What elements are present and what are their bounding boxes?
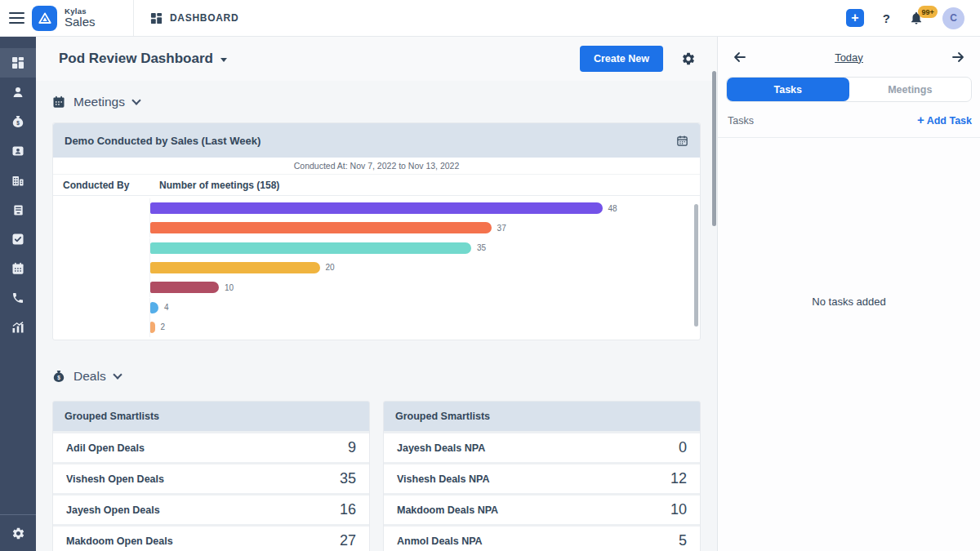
header-actions: Create New bbox=[580, 46, 696, 72]
chart-track: 2 bbox=[150, 322, 700, 333]
sidebar-item-leads[interactable] bbox=[0, 78, 36, 107]
smartlist-row[interactable]: Adil Open Deals9 bbox=[53, 433, 369, 462]
sidebar-item-contacts[interactable] bbox=[0, 136, 36, 166]
brand-text: Kylas Sales bbox=[65, 7, 96, 29]
dashboard-settings-gear-icon[interactable] bbox=[681, 51, 696, 66]
tab-tasks[interactable]: Tasks bbox=[727, 78, 849, 101]
chart-value-label: 48 bbox=[608, 204, 617, 213]
tab-meetings[interactable]: Meetings bbox=[849, 78, 972, 101]
chart-bar[interactable] bbox=[150, 322, 155, 333]
chart-bar[interactable] bbox=[150, 282, 219, 293]
chart-value-label: 4 bbox=[164, 303, 169, 312]
smartlist-row[interactable]: Vishesh Deals NPA12 bbox=[384, 464, 700, 493]
smartlist-rows: Jayesh Deals NPA0Vishesh Deals NPA12Makd… bbox=[384, 433, 700, 551]
money-bag-icon: $ bbox=[52, 370, 65, 383]
add-task-button[interactable]: + Add Task bbox=[917, 114, 972, 127]
nav-dashboard-label: DASHBOARD bbox=[170, 12, 238, 24]
chart-bar[interactable] bbox=[150, 262, 320, 273]
smartlist-row-label: Makdoom Deals NPA bbox=[397, 504, 498, 516]
chart-bar[interactable] bbox=[150, 302, 158, 313]
svg-text:$: $ bbox=[57, 375, 60, 381]
money-bag-icon: $ bbox=[11, 115, 24, 128]
dashboard-title-dropdown[interactable]: Pod Review Dashboard bbox=[59, 51, 227, 67]
date-navigation: Today bbox=[718, 37, 980, 70]
calendar-icon bbox=[52, 96, 65, 109]
chart-body: 483735201042 bbox=[53, 196, 700, 340]
smartlist-row-value: 27 bbox=[340, 532, 356, 549]
chart-bar[interactable] bbox=[150, 222, 492, 233]
smartlist-row-label: Adil Open Deals bbox=[66, 442, 145, 454]
sidebar-item-settings[interactable] bbox=[0, 515, 36, 551]
chevron-down-icon[interactable] bbox=[131, 96, 140, 104]
sidebar-item-dashboard[interactable] bbox=[0, 48, 36, 78]
empty-tasks-message: No tasks added bbox=[718, 295, 980, 308]
smartlist-row-label: Anmol Deals NPA bbox=[397, 535, 483, 547]
nav-item-dashboard[interactable]: DASHBOARD bbox=[150, 12, 238, 24]
smartlist-row[interactable]: Makdoom Open Deals27 bbox=[53, 527, 369, 551]
calendar-filter-icon[interactable] bbox=[676, 135, 688, 147]
chart-track: 35 bbox=[150, 242, 700, 254]
today-link[interactable]: Today bbox=[835, 51, 863, 64]
user-avatar[interactable]: C bbox=[942, 7, 964, 29]
smartlist-row-value: 35 bbox=[340, 470, 356, 487]
chart-category-cell bbox=[53, 278, 150, 297]
sidebar-item-deals[interactable]: $ bbox=[0, 107, 36, 136]
chart-scrollbar[interactable] bbox=[694, 204, 698, 327]
smartlist-card-title: Grouped Smartlists bbox=[384, 402, 700, 431]
add-task-label: Add Task bbox=[927, 115, 972, 127]
main-scrollbar[interactable] bbox=[711, 37, 717, 551]
chart-row: 2 bbox=[53, 318, 700, 337]
plus-icon: + bbox=[917, 113, 924, 127]
sidebar-item-meetings[interactable] bbox=[0, 254, 36, 283]
dashboard-grid-icon bbox=[150, 12, 163, 24]
help-icon[interactable]: ? bbox=[883, 11, 890, 25]
sidebar-item-products[interactable] bbox=[0, 195, 36, 224]
page-title: Pod Review Dashboard bbox=[59, 51, 213, 67]
smartlist-row-value: 16 bbox=[340, 501, 356, 518]
chart-value-label: 37 bbox=[497, 224, 506, 233]
smartlist-row[interactable]: Jayesh Open Deals16 bbox=[53, 495, 369, 524]
sidebar-item-reports[interactable] bbox=[0, 313, 36, 342]
smartlist-row[interactable]: Vishesh Open Deals35 bbox=[53, 464, 369, 493]
smartlist-rows: Adil Open Deals9Vishesh Open Deals35Jaye… bbox=[53, 433, 369, 551]
meetings-card-header: Demo Conducted by Sales (Last Week) bbox=[53, 123, 700, 158]
column-number-of-meetings: Number of meetings (158) bbox=[150, 180, 700, 191]
sidebar-item-companies[interactable] bbox=[0, 166, 36, 195]
previous-day-arrow-icon[interactable] bbox=[733, 51, 746, 64]
chart-category-cell bbox=[53, 198, 150, 218]
smartlist-card-title: Grouped Smartlists bbox=[53, 402, 369, 431]
chart-row: 37 bbox=[53, 218, 700, 238]
chart-track: 10 bbox=[150, 282, 700, 293]
kylas-logo[interactable] bbox=[32, 6, 57, 31]
building-icon bbox=[11, 174, 24, 187]
next-day-arrow-icon[interactable] bbox=[951, 51, 964, 64]
chart-track: 48 bbox=[150, 202, 700, 214]
smartlist-row[interactable]: Anmol Deals NPA5 bbox=[384, 527, 700, 551]
smartlist-card: Grouped Smartlists Jayesh Deals NPA0Vish… bbox=[383, 401, 701, 551]
dashboard-grid-icon bbox=[11, 56, 24, 69]
chart-value-label: 20 bbox=[326, 263, 335, 272]
person-icon bbox=[11, 86, 24, 99]
smartlist-card: Grouped Smartlists Adil Open Deals9Vishe… bbox=[52, 401, 370, 551]
tasks-list-header: Tasks + Add Task bbox=[718, 114, 980, 138]
notifications-bell-icon[interactable]: 99+ bbox=[909, 11, 924, 25]
chart-bar[interactable] bbox=[150, 202, 603, 214]
chart-category-cell bbox=[53, 258, 150, 278]
quick-add-button[interactable]: + bbox=[846, 9, 864, 27]
hamburger-menu-icon[interactable] bbox=[9, 12, 24, 24]
smartlist-row-label: Makdoom Open Deals bbox=[66, 535, 173, 547]
chart-table-header: Conducted By Number of meetings (158) bbox=[53, 175, 700, 196]
chart-category-cell bbox=[53, 218, 150, 238]
smartlist-row[interactable]: Makdoom Deals NPA10 bbox=[384, 495, 700, 524]
check-square-icon bbox=[11, 233, 24, 246]
sidebar-item-tasks[interactable] bbox=[0, 224, 36, 254]
chevron-down-icon[interactable] bbox=[113, 370, 122, 379]
chart-bar[interactable] bbox=[150, 242, 471, 254]
chart-row: 20 bbox=[53, 258, 700, 278]
sidebar-item-calls[interactable] bbox=[0, 283, 36, 313]
agenda-panel: Today Tasks Meetings Tasks + Add Task No… bbox=[717, 37, 980, 551]
chart-value-label: 10 bbox=[225, 283, 234, 292]
smartlist-row[interactable]: Jayesh Deals NPA0 bbox=[384, 433, 700, 462]
main-scrollbar-thumb[interactable] bbox=[712, 71, 716, 226]
create-new-button[interactable]: Create New bbox=[580, 46, 663, 72]
